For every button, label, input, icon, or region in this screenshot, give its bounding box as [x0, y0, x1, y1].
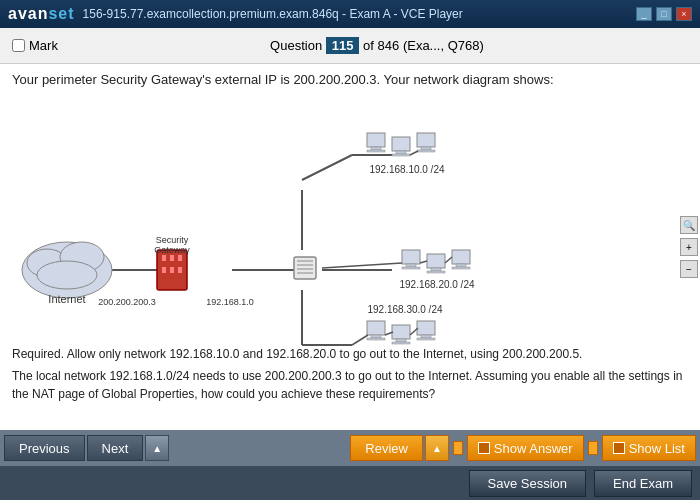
svg-point-11: [37, 261, 97, 289]
question-label: Question: [270, 38, 322, 53]
svg-rect-47: [452, 267, 470, 269]
main-area: Mark Question 115 of 846 (Exa..., Q768) …: [0, 28, 700, 500]
show-answer-label: Show Answer: [494, 441, 573, 456]
svg-rect-39: [402, 250, 420, 264]
svg-line-60: [410, 151, 418, 155]
logo-part2: set: [48, 5, 74, 22]
svg-rect-31: [367, 150, 385, 152]
mark-checkbox[interactable]: Mark: [12, 38, 58, 53]
mark-check[interactable]: [12, 39, 25, 52]
svg-line-61: [322, 263, 402, 268]
question-intro-text: Your perimeter Security Gateway's extern…: [12, 72, 688, 87]
svg-rect-15: [170, 255, 174, 261]
window-title: 156-915.77.examcollection.premium.exam.8…: [83, 7, 463, 21]
show-list-square-icon: [588, 441, 598, 455]
svg-rect-54: [392, 342, 410, 344]
previous-button[interactable]: Previous: [4, 435, 85, 461]
svg-rect-33: [396, 151, 406, 154]
svg-rect-56: [421, 335, 431, 338]
logo-part1: avan: [8, 5, 48, 22]
save-session-button[interactable]: Save Session: [469, 470, 587, 497]
svg-line-62: [420, 261, 427, 263]
svg-rect-16: [178, 255, 182, 261]
svg-rect-17: [162, 267, 166, 273]
review-button[interactable]: Review: [350, 435, 423, 461]
svg-line-3: [302, 155, 352, 180]
svg-rect-34: [392, 154, 410, 156]
svg-rect-52: [392, 325, 410, 339]
question-header: Mark Question 115 of 846 (Exa..., Q768): [0, 28, 700, 64]
show-answer-square-icon: [453, 441, 463, 455]
svg-rect-53: [396, 339, 406, 342]
title-bar: avanset 156-915.77.examcollection.premiu…: [0, 0, 700, 28]
svg-rect-50: [371, 335, 381, 338]
svg-rect-44: [427, 271, 445, 273]
svg-rect-49: [367, 321, 385, 335]
svg-rect-18: [170, 267, 174, 273]
svg-text:Gateway: Gateway: [154, 245, 190, 255]
show-list-button[interactable]: Show List: [602, 435, 696, 461]
local-network-text: The local network 192.168.1.0/24 needs t…: [12, 367, 688, 403]
svg-text:192.168.20.0 /24: 192.168.20.0 /24: [399, 279, 475, 290]
minimize-button[interactable]: _: [636, 7, 652, 21]
svg-line-64: [352, 335, 368, 345]
question-info: Question 115 of 846 (Exa..., Q768): [66, 37, 688, 54]
end-exam-button[interactable]: End Exam: [594, 470, 692, 497]
svg-rect-45: [452, 250, 470, 264]
svg-rect-37: [417, 150, 435, 152]
zoom-out-icon[interactable]: −: [680, 260, 698, 278]
list-icon: [613, 442, 625, 454]
svg-rect-35: [417, 133, 435, 147]
svg-line-63: [445, 257, 452, 263]
next-button[interactable]: Next: [87, 435, 144, 461]
svg-text:Security: Security: [156, 235, 189, 245]
close-button[interactable]: ×: [676, 7, 692, 21]
question-content: Your perimeter Security Gateway's extern…: [0, 64, 700, 430]
svg-rect-36: [421, 147, 431, 150]
review-arrow-button[interactable]: ▲: [425, 435, 449, 461]
next-arrow-button[interactable]: ▲: [145, 435, 169, 461]
maximize-button[interactable]: □: [656, 7, 672, 21]
svg-rect-14: [162, 255, 166, 261]
bottom-nav-bar: Previous Next ▲ Review ▲ Show Answer Sho…: [0, 430, 700, 466]
window-controls[interactable]: _ □ ×: [636, 7, 692, 21]
svg-rect-51: [367, 338, 385, 340]
show-answer-button[interactable]: Show Answer: [467, 435, 584, 461]
svg-rect-32: [392, 137, 410, 151]
exam-label: (Exa..., Q768): [403, 38, 484, 53]
svg-text:192.168.1.0: 192.168.1.0: [206, 297, 254, 307]
svg-rect-46: [456, 264, 466, 267]
network-svg: Internet Security Gateway 200.200.200.3 …: [12, 95, 632, 350]
svg-rect-41: [402, 267, 420, 269]
svg-rect-29: [367, 133, 385, 147]
svg-rect-57: [417, 338, 435, 340]
question-number: 115: [326, 37, 360, 54]
svg-rect-30: [371, 147, 381, 150]
svg-rect-43: [431, 268, 441, 271]
answer-icon: [478, 442, 490, 454]
svg-rect-19: [178, 267, 182, 273]
bottom-action-bar: Save Session End Exam: [0, 466, 700, 500]
svg-text:192.168.10.0 /24: 192.168.10.0 /24: [369, 164, 445, 175]
svg-rect-55: [417, 321, 435, 335]
search-icon[interactable]: 🔍: [680, 216, 698, 234]
zoom-in-icon[interactable]: +: [680, 238, 698, 256]
question-of: of 846: [363, 38, 399, 53]
svg-rect-40: [406, 264, 416, 267]
scroll-controls[interactable]: 🔍 + −: [680, 216, 698, 278]
mark-label: Mark: [29, 38, 58, 53]
svg-text:192.168.30.0 /24: 192.168.30.0 /24: [367, 304, 443, 315]
show-list-label: Show List: [629, 441, 685, 456]
svg-rect-24: [294, 257, 316, 279]
svg-rect-42: [427, 254, 445, 268]
svg-text:Internet: Internet: [48, 293, 85, 305]
app-logo: avanset: [8, 5, 75, 23]
network-diagram: Internet Security Gateway 200.200.200.3 …: [12, 95, 688, 355]
svg-text:200.200.200.3: 200.200.200.3: [98, 297, 156, 307]
